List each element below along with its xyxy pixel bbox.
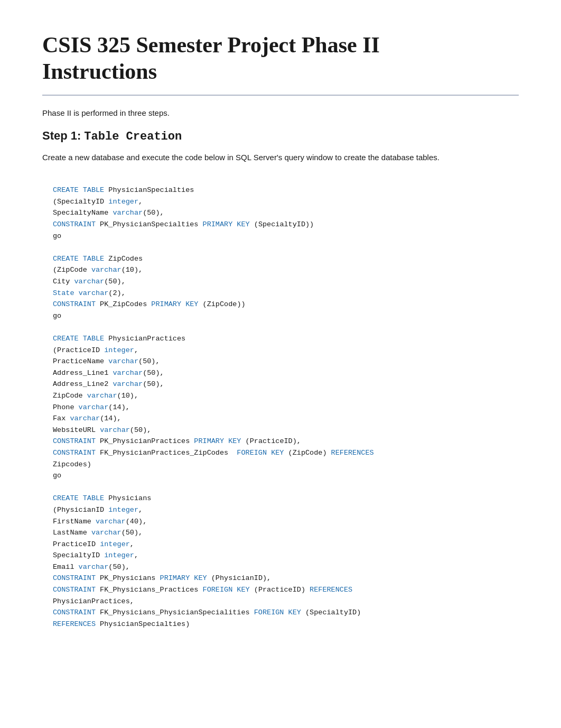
step1-title: Table Creation (84, 130, 182, 143)
step1-description: Create a new database and execute the co… (42, 152, 519, 164)
intro-text: Phase II is performed in three steps. (42, 108, 519, 117)
page-title: CSIS 325 Semester Project Phase IIInstru… (42, 32, 519, 85)
sql-code-block: CREATE TABLE PhysicianSpecialties (Speci… (42, 179, 519, 635)
title-divider (42, 95, 519, 96)
step1-heading: Step 1: Table Creation (42, 129, 519, 143)
step1-label: Step 1: (42, 129, 81, 143)
